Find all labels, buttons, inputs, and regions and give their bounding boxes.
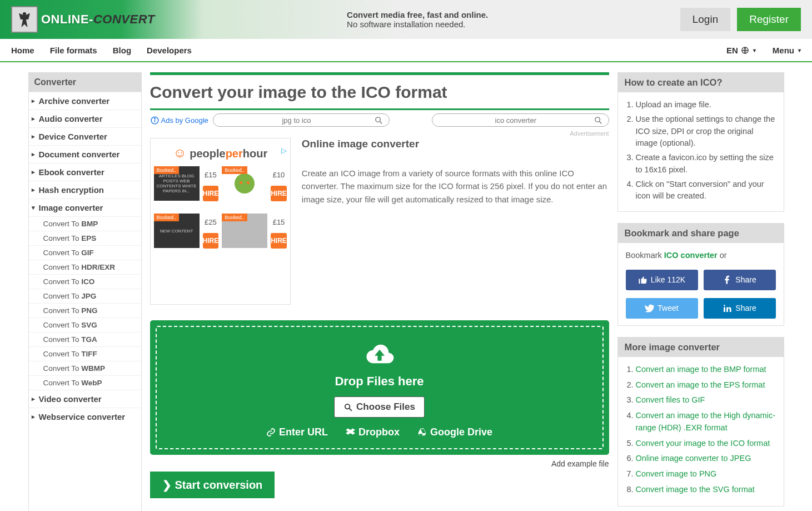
howto-step: Upload an image file. bbox=[636, 99, 776, 111]
add-example-file-link[interactable]: Add example file bbox=[551, 459, 609, 468]
more-link[interactable]: Convert your image to the ICO format bbox=[636, 438, 776, 450]
more-link[interactable]: Convert an image to the BMP format bbox=[636, 364, 776, 376]
ad-brand: ☺ peopleperhour bbox=[153, 145, 288, 161]
ad-card[interactable]: Booked.. £10HIRE bbox=[222, 166, 287, 201]
description: Online image converter Create an ICO ima… bbox=[302, 138, 609, 305]
more-link[interactable]: Convert image to the SVG format bbox=[636, 484, 776, 496]
ad-choices-icon[interactable]: ▷ bbox=[281, 146, 287, 155]
top-nav: Home File formats Blog Developers EN Men… bbox=[0, 39, 812, 62]
header: ONLINE-CONVERT Convert media free, fast … bbox=[0, 0, 812, 39]
enter-url-button[interactable]: Enter URL bbox=[266, 426, 328, 438]
sidebar: Converter Archive converter Audio conver… bbox=[28, 72, 142, 511]
google-drive-button[interactable]: Google Drive bbox=[417, 426, 492, 438]
menu-toggle[interactable]: Menu bbox=[773, 46, 801, 55]
sidebar-item-webservice[interactable]: Webservice converter bbox=[29, 408, 141, 425]
twitter-button[interactable]: Tweet bbox=[626, 298, 698, 319]
thumbs-up-icon bbox=[638, 275, 647, 285]
sidebar-sub-ico[interactable]: Convert To ICO bbox=[29, 274, 141, 289]
sidebar-item-audio[interactable]: Audio converter bbox=[29, 110, 141, 127]
info-icon bbox=[150, 116, 160, 125]
advertisement-label: Advertisement bbox=[150, 130, 609, 137]
sidebar-sub-webp[interactable]: Convert To WebP bbox=[29, 375, 141, 390]
sidebar-sub-tga[interactable]: Convert To TGA bbox=[29, 332, 141, 346]
register-button[interactable]: Register bbox=[737, 8, 801, 31]
login-button[interactable]: Login bbox=[680, 8, 731, 31]
howto-step: Use the optional settings to change the … bbox=[636, 113, 776, 150]
desc-body: Create an ICO image from a variety of so… bbox=[302, 167, 609, 206]
search-icon bbox=[343, 403, 353, 412]
ad-box[interactable]: ▷ ☺ peopleperhour Booked.. ARTICLES BLOG… bbox=[150, 138, 291, 305]
howto-step: Create a favicon.ico by setting the size… bbox=[636, 152, 776, 176]
sidebar-item-hash[interactable]: Hash encryption bbox=[29, 181, 141, 199]
search-icon bbox=[374, 116, 383, 125]
svg-point-7 bbox=[595, 117, 600, 122]
logo[interactable]: ONLINE-CONVERT bbox=[11, 6, 155, 33]
sidebar-sub-wbmp[interactable]: Convert To WBMP bbox=[29, 361, 141, 375]
svg-line-6 bbox=[380, 121, 382, 123]
nav-file-formats[interactable]: File formats bbox=[50, 46, 97, 55]
more-link[interactable]: Convert an image to the EPS format bbox=[636, 379, 776, 391]
more-link[interactable]: Convert files to GIF bbox=[636, 394, 776, 406]
ad-card[interactable]: Booked.. £15HIRE bbox=[222, 214, 287, 249]
facebook-share-button[interactable]: Share bbox=[704, 270, 776, 290]
bookmark-panel: Bookmark and share page Bookmark ICO con… bbox=[617, 223, 784, 326]
linkedin-icon bbox=[723, 304, 732, 313]
sidebar-item-document[interactable]: Document converter bbox=[29, 145, 141, 163]
sidebar-sub-eps[interactable]: Convert To EPS bbox=[29, 231, 141, 245]
ad-card[interactable]: Booked.. ARTICLES BLOG POSTS WEB CONTENT… bbox=[154, 166, 219, 201]
logo-person-icon bbox=[11, 6, 38, 33]
globe-icon bbox=[741, 46, 749, 54]
desc-title: Online image converter bbox=[302, 138, 609, 150]
sidebar-item-video[interactable]: Video converter bbox=[29, 390, 141, 408]
more-link[interactable]: Online image converter to JPEG bbox=[636, 453, 776, 465]
svg-point-4 bbox=[154, 118, 155, 118]
more-link[interactable]: Convert an image to the High dynamic-ran… bbox=[636, 410, 776, 434]
sidebar-sub-tiff[interactable]: Convert To TIFF bbox=[29, 346, 141, 361]
bookmark-link[interactable]: ICO converter bbox=[664, 251, 718, 260]
sidebar-sub-hdr[interactable]: Convert To HDR/EXR bbox=[29, 260, 141, 274]
facebook-like-button[interactable]: Like 112K bbox=[626, 270, 698, 290]
ads-label[interactable]: Ads by Google bbox=[150, 116, 208, 125]
linkedin-button[interactable]: Share bbox=[704, 298, 776, 319]
tagline: Convert media free, fast and online. No … bbox=[347, 10, 488, 29]
sidebar-item-archive[interactable]: Archive converter bbox=[29, 92, 141, 110]
svg-point-5 bbox=[376, 117, 381, 122]
sidebar-sub-gif[interactable]: Convert To GIF bbox=[29, 245, 141, 260]
chevron-right-icon: ❯ bbox=[162, 478, 172, 492]
link-icon bbox=[266, 428, 276, 437]
dropbox-icon bbox=[346, 428, 355, 437]
svg-point-9 bbox=[345, 404, 350, 409]
ad-search-pill-1[interactable]: jpg to ico bbox=[213, 113, 390, 127]
nav-developers[interactable]: Developers bbox=[147, 46, 192, 55]
sidebar-sub-png[interactable]: Convert To PNG bbox=[29, 303, 141, 317]
facebook-icon bbox=[723, 275, 732, 285]
howto-step: Click on "Start conversion" and your ico… bbox=[636, 178, 776, 203]
bookmark-text: Bookmark ICO converter or bbox=[626, 250, 776, 262]
nav-home[interactable]: Home bbox=[11, 46, 34, 55]
bookmark-title: Bookmark and share page bbox=[618, 224, 784, 243]
sidebar-sub-jpg[interactable]: Convert To JPG bbox=[29, 289, 141, 303]
dropzone-title: Drop Files here bbox=[168, 374, 591, 389]
ad-search-pill-2[interactable]: ico converter bbox=[432, 113, 609, 127]
sidebar-item-device[interactable]: Device Converter bbox=[29, 127, 141, 145]
choose-files-button[interactable]: Choose Files bbox=[334, 396, 425, 418]
sidebar-item-ebook[interactable]: Ebook converter bbox=[29, 163, 141, 181]
start-conversion-button[interactable]: ❯ Start conversion bbox=[150, 472, 275, 498]
sidebar-sub-bmp[interactable]: Convert To BMP bbox=[29, 216, 141, 231]
more-link[interactable]: Convert image to PNG bbox=[636, 468, 776, 480]
dropzone[interactable]: Drop Files here Choose Files Enter URL D… bbox=[150, 320, 609, 455]
divider bbox=[150, 108, 609, 110]
sidebar-sub-svg[interactable]: Convert To SVG bbox=[29, 317, 141, 332]
language-selector[interactable]: EN bbox=[726, 46, 756, 55]
howto-title: How to create an ICO? bbox=[618, 73, 784, 92]
nav-blog[interactable]: Blog bbox=[113, 46, 131, 55]
svg-line-8 bbox=[599, 121, 601, 123]
howto-panel: How to create an ICO? Upload an image fi… bbox=[617, 72, 784, 212]
search-icon bbox=[594, 116, 603, 125]
svg-line-10 bbox=[350, 408, 352, 410]
divider bbox=[150, 72, 609, 75]
sidebar-title: Converter bbox=[29, 73, 141, 92]
sidebar-item-image[interactable]: Image converter bbox=[29, 199, 141, 216]
ad-card[interactable]: Booked.. NEW CONTENT £25HIRE bbox=[154, 214, 219, 249]
dropbox-button[interactable]: Dropbox bbox=[346, 426, 400, 438]
